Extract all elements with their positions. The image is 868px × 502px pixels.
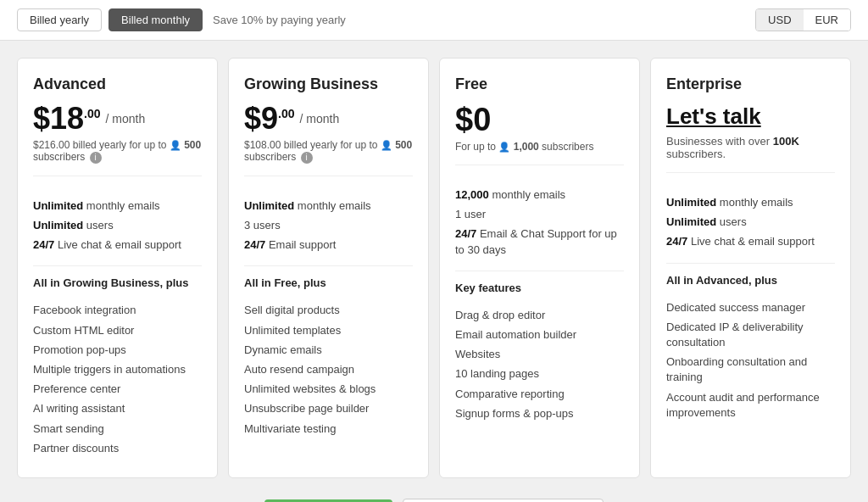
feature-line: 24/7 Email & Chat Support for up to 30 d… [455,226,624,257]
feature-line: Unlimited templates [244,323,413,338]
enterprise-note: Businesses with over 100K subscribers. [666,135,835,173]
feature-line: Facebook integration [33,303,202,318]
billing-note-free: For up to 1,000 subscribers [455,141,624,165]
feature-line: Dedicated IP & deliverability consultati… [666,320,835,350]
feature-line: Dynamic emails [244,343,413,358]
features-extra-enterprise: Dedicated success manager Dedicated IP &… [666,292,835,425]
feature-line: Promotion pop-ups [33,343,202,358]
billed-yearly-button[interactable]: Billed yearly [17,8,102,31]
price-row-advanced: $18 .00 / month [33,103,202,134]
feature-line: Account audit and performance improvemen… [666,390,835,421]
bottom-actions: Sign up free Full pricing plan compariso… [264,499,603,502]
features-main-growing: Unlimited monthly emails 3 users 24/7 Em… [244,190,413,258]
price-cents-growing: .00 [278,107,294,120]
plan-card-growing-business: Growing Business $9 .00 / month $108.00 … [228,58,429,478]
section-header-enterprise: All in Advanced, plus [666,274,835,287]
full-pricing-button[interactable]: Full pricing plan comparison [403,499,604,502]
price-period-growing: / month [300,112,340,126]
feature-line: Signup forms & pop-ups [455,406,624,421]
feature-line: Custom HTML editor [33,323,202,338]
info-icon-advanced[interactable]: i [90,152,102,164]
section-header-free: Key features [455,282,624,294]
feature-line: 24/7 Live chat & email support [666,234,835,249]
feature-line: Dedicated success manager [666,300,835,315]
feature-line: Email automation builder [455,327,624,343]
features-extra-growing: Sell digital products Unlimited template… [244,294,413,440]
feature-line: 24/7 Email support [244,237,413,253]
section-header-growing: All in Free, plus [244,276,413,289]
feature-line: Drag & drop editor [455,308,624,323]
feature-line: 24/7 Live chat & email support [33,237,202,253]
eur-button[interactable]: EUR [804,9,850,31]
feature-line: Onboarding consultation and training [666,354,835,385]
price-free: $0 [455,103,491,136]
billing-note-advanced: $216.00 billed yearly for up to 500 subs… [33,139,202,176]
feature-line: Unlimited websites & blogs [244,382,413,397]
feature-line: Unsubscribe page builder [244,401,413,416]
section-header-advanced: All in Growing Business, plus [33,276,202,289]
feature-line: Unlimited users [33,218,202,233]
price-growing-business: $9 [244,103,278,134]
feature-line: 1 user [455,207,624,222]
info-icon-growing[interactable]: i [301,152,313,164]
feature-line: Smart sending [33,421,202,437]
plan-name-growing-business: Growing Business [244,75,413,93]
feature-line: 10 landing pages [455,366,624,382]
features-main-enterprise: Unlimited monthly emails Unlimited users… [666,187,835,254]
features-extra-free: Drag & drop editor Email automation buil… [455,299,624,426]
feature-line: Partner discounts [33,441,202,456]
feature-line: Auto resend campaign [244,362,413,377]
feature-line: Multiple triggers in automations [33,362,202,377]
features-main-advanced: Unlimited monthly emails Unlimited users… [33,190,202,258]
currency-group: USD EUR [755,8,851,31]
feature-line: Comparative reporting [455,387,624,402]
plan-name-enterprise: Enterprise [666,75,835,93]
features-main-free: 12,000 monthly emails 1 user 24/7 Email … [455,179,624,262]
price-cents-advanced: .00 [84,107,100,120]
plan-card-advanced: Advanced $18 .00 / month $216.00 billed … [17,58,218,478]
top-bar: Billed yearly Billed monthly Save 10% by… [0,0,868,41]
price-period-advanced: / month [106,112,146,126]
feature-line: AI writing assistant [33,401,202,416]
feature-line: 3 users [244,218,413,233]
billing-note-growing: $108.00 billed yearly for up to 500 subs… [244,139,413,176]
feature-line: Multivariate testing [244,421,413,437]
plan-name-free: Free [455,75,624,93]
features-extra-advanced: Facebook integration Custom HTML editor … [33,294,202,460]
price-row-growing-business: $9 .00 / month [244,103,413,134]
feature-line: Unlimited users [666,215,835,230]
feature-line: Unlimited monthly emails [33,198,202,214]
save-text: Save 10% by paying yearly [213,14,346,26]
feature-line: Unlimited monthly emails [244,198,413,214]
plans-grid: Advanced $18 .00 / month $216.00 billed … [17,58,851,478]
feature-line: Sell digital products [244,303,413,318]
feature-line: Websites [455,347,624,362]
price-advanced: $18 [33,103,84,134]
feature-line: 12,000 monthly emails [455,187,624,203]
plan-card-enterprise: Enterprise Let's talk Businesses with ov… [650,58,851,478]
lets-talk-heading: Let's talk [666,103,835,130]
feature-line: Preference center [33,382,202,397]
plan-card-free: Free $0 For up to 1,000 subscribers 12,0… [439,58,640,478]
plan-name-advanced: Advanced [33,75,202,93]
price-row-free: $0 [455,103,624,136]
main-content: Advanced $18 .00 / month $216.00 billed … [0,41,868,502]
billed-monthly-button[interactable]: Billed monthly [108,8,203,31]
feature-line: Unlimited monthly emails [666,195,835,210]
usd-button[interactable]: USD [756,9,803,31]
